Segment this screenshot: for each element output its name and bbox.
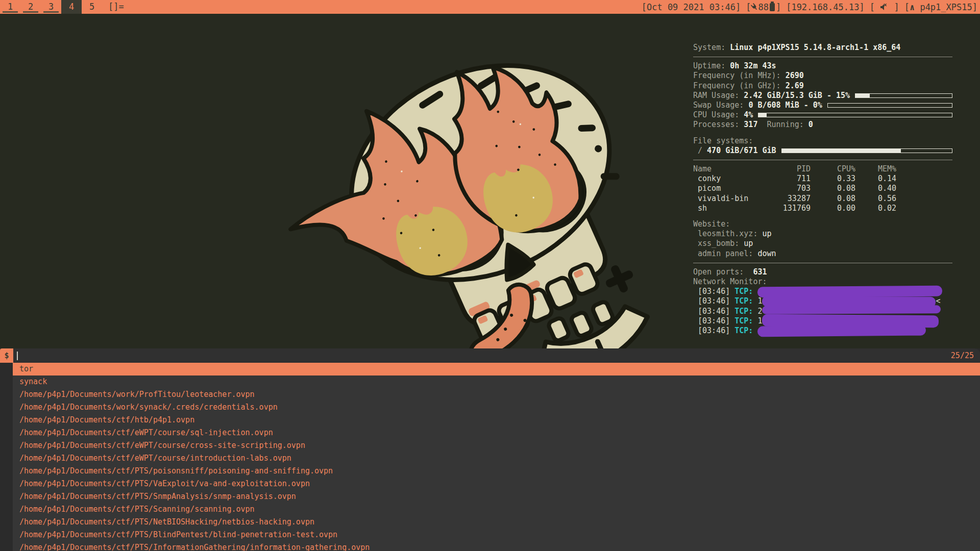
swap-bar <box>827 103 952 108</box>
bracket: ] <box>889 1 899 14</box>
process-mem: 0.14 <box>855 174 896 184</box>
running-label: Running: <box>757 120 808 130</box>
search-input[interactable] <box>13 348 951 363</box>
system-value: Linux p4p1XPS15 5.14.8-arch1-1 x86_64 <box>730 43 900 53</box>
list-item[interactable]: /home/p4p1/Documents/ctf/PTS/Scanning/sc… <box>13 503 980 516</box>
process-pid: 711 <box>770 174 811 184</box>
network-monitor-title: Network Monitor: <box>693 277 767 287</box>
cpu-label: CPU Usage: <box>693 110 744 120</box>
website-name: xss_bomb: <box>693 239 744 248</box>
process-mem: 0.02 <box>855 204 896 213</box>
process-table: Name PID CPU% MEM% conky 711 0.33 0.14 p… <box>693 164 952 213</box>
status-bar: [Oct 09 2021 03:46] [ 88 ] [192.168.45.1… <box>642 0 980 14</box>
list-item[interactable]: /home/p4p1/Documents/ctf/eWPT/course/sql… <box>13 427 980 439</box>
workspace-tag-1[interactable]: 1 <box>0 0 20 14</box>
cpu-bar <box>758 113 952 117</box>
desktop-wallpaper: System: Linux p4p1XPS15 5.14.8-arch1-1 x… <box>0 14 980 348</box>
fs-bar <box>781 148 952 153</box>
col-header-name: Name <box>693 164 770 174</box>
running-value: 0 <box>808 120 813 130</box>
list-item[interactable]: /home/p4p1/Documents/ctf/PTS/BlindPentes… <box>13 529 980 541</box>
list-item[interactable]: /home/p4p1/Documents/work/synack/.creds/… <box>13 401 980 414</box>
redaction-blob <box>762 305 941 314</box>
bracket: [ <box>904 1 910 14</box>
list-item[interactable]: tor <box>13 363 980 375</box>
workspace-tag-3[interactable]: 3 <box>41 0 61 14</box>
swap-label: Swap Usage: <box>693 101 748 110</box>
battery-icon <box>770 3 775 11</box>
process-cpu: 0.08 <box>811 194 855 204</box>
rofi-prompt-bar: $ 25/25 <box>0 348 980 363</box>
website-name: admin panel: <box>693 249 757 259</box>
system-line: System: Linux p4p1XPS15 5.14.8-arch1-1 x… <box>693 43 952 53</box>
status-ip: [192.168.45.13] <box>786 1 865 14</box>
divider <box>693 57 952 57</box>
website-status-up: up <box>744 239 753 248</box>
col-header-mem: MEM% <box>855 164 896 174</box>
speaker-muted-icon <box>880 4 889 11</box>
col-header-pid: PID <box>770 164 811 174</box>
updates-caret-icon: ∧ <box>910 1 915 14</box>
status-datetime: [Oct 09 2021 03:46] <box>642 1 741 14</box>
fs-value: 470 GiB/671 GiB <box>707 146 776 156</box>
website-name: leosmith.xyz: <box>693 229 762 239</box>
list-item[interactable]: /home/p4p1/Documents/ctf/PTS/NetBIOSHack… <box>13 516 980 529</box>
swap-line: Swap Usage: 0 B/608 MiB - 0% <box>693 101 952 110</box>
processes-label: Processes: <box>693 120 744 130</box>
process-cpu: 0.33 <box>811 174 855 184</box>
divider <box>693 263 952 263</box>
cpu-line: CPU Usage: 4% <box>693 110 952 120</box>
list-item[interactable]: /home/p4p1/Documents/ctf/PTS/SnmpAnalysi… <box>13 490 980 503</box>
workspace-tag-4[interactable]: 4 <box>61 0 82 14</box>
process-pid: 131769 <box>770 204 811 213</box>
list-item[interactable]: /home/p4p1/Documents/ctf/PTS/VaExploit/v… <box>13 478 980 490</box>
process-name: vivaldi-bin <box>693 194 770 204</box>
workspace-tag-2[interactable]: 2 <box>20 0 41 14</box>
fs-line: / 470 GiB/671 GiB <box>693 146 952 156</box>
list-item[interactable]: /home/p4p1/Documents/ctf/PTS/Information… <box>13 541 980 551</box>
fs-path: / <box>693 146 707 156</box>
process-pid: 703 <box>770 184 811 193</box>
layout-symbol[interactable]: []= <box>108 0 124 14</box>
list-item[interactable]: /home/p4p1/Documents/ctf/eWPT/course/cro… <box>13 439 980 452</box>
list-item[interactable]: /home/p4p1/Documents/ctf/eWPT/course/int… <box>13 452 980 465</box>
freq-ghz-value: 2.69 <box>786 81 804 91</box>
process-cpu: 0.00 <box>811 204 855 213</box>
ram-value: 2.42 GiB/15.3 GiB - 15% <box>744 91 850 101</box>
list-item[interactable]: synack <box>13 375 980 388</box>
redaction-blob <box>757 325 926 337</box>
open-ports-label: Open ports: <box>693 267 753 277</box>
network-line: [03:46] TCP: <box>693 326 952 336</box>
process-name: picom <box>693 184 770 193</box>
workspace-tag-5[interactable]: 5 <box>82 0 102 14</box>
prompt-symbol: $ <box>0 348 13 363</box>
top-bar: 1 2 3 4 5 []= [Oct 09 2021 03:46] [ 88 ]… <box>0 0 980 14</box>
freq-mhz-label: Frequency (in MHz): <box>693 71 786 81</box>
process-name: sh <box>693 204 770 213</box>
website-status-down: down <box>757 249 776 259</box>
bracket: ] <box>776 1 781 14</box>
ram-line: RAM Usage: 2.42 GiB/15.3 GiB - 15% <box>693 91 952 101</box>
list-item[interactable]: /home/p4p1/Documents/work/ProfTitou/leot… <box>13 388 980 401</box>
process-mem: 0.40 <box>855 184 896 193</box>
text-cursor <box>17 352 18 360</box>
bracket: ] <box>972 1 977 14</box>
website-status-up: up <box>762 229 771 239</box>
result-counter: 25/25 <box>951 351 980 360</box>
processes-value: 317 <box>744 120 757 130</box>
col-header-cpu: CPU% <box>811 164 855 174</box>
status-battery: [ 88 ] <box>746 1 781 14</box>
list-item[interactable]: /home/p4p1/Documents/ctf/htb/p4p1.ovpn <box>13 414 980 427</box>
rofi-launcher: $ 25/25 tor synack /home/p4p1/Documents/… <box>0 348 980 551</box>
status-host: [ ∧ p4p1_XPS15 ] <box>904 1 977 14</box>
swap-value: 0 B/608 MiB - 0% <box>748 101 822 110</box>
freq-ghz-label: Frequency (in GHz): <box>693 81 786 91</box>
open-ports-value: 631 <box>753 267 767 277</box>
uptime-value: 0h 32m 43s <box>730 61 776 71</box>
process-cpu: 0.08 <box>811 184 855 193</box>
uptime-label: Uptime: <box>693 61 730 71</box>
battery-percent: 88 <box>758 1 768 14</box>
system-label: System: <box>693 43 730 53</box>
divider <box>693 160 952 160</box>
list-item[interactable]: /home/p4p1/Documents/ctf/PTS/poisonsniff… <box>13 465 980 478</box>
